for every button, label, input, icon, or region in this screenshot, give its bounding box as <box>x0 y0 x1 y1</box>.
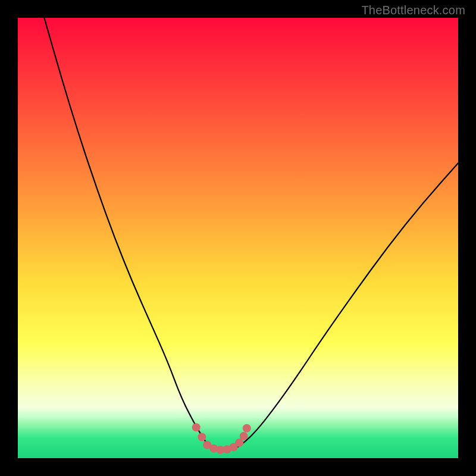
plot-area <box>18 18 458 458</box>
bottleneck-curve <box>44 18 458 450</box>
curve-layer <box>18 18 458 458</box>
chart-frame: TheBottleneck.com <box>0 0 476 476</box>
highlight-markers <box>192 423 251 454</box>
marker-point <box>240 432 248 440</box>
watermark-text: TheBottleneck.com <box>361 4 465 17</box>
marker-point <box>198 433 206 441</box>
marker-point <box>192 423 201 431</box>
marker-point <box>243 424 251 433</box>
